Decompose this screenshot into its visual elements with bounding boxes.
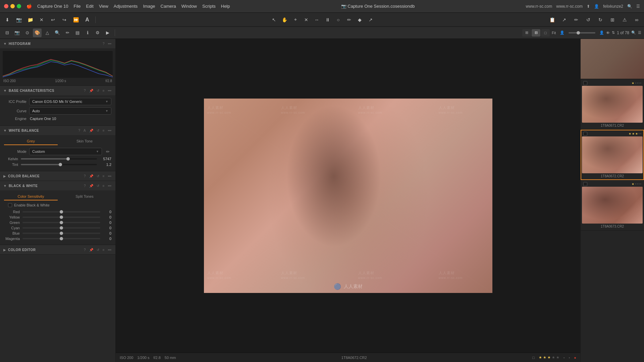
grid-view-btn[interactable]: ⊞ [522, 29, 531, 37]
cb-help[interactable]: ? [83, 174, 87, 179]
wb-tab-grey[interactable]: Grey [4, 138, 58, 145]
thumb-1-checkbox[interactable] [583, 81, 587, 85]
histogram-more-icon[interactable]: ••• [107, 41, 112, 46]
thumb-2-checkbox[interactable] [583, 132, 587, 136]
bw-slider-yellow[interactable] [22, 217, 100, 218]
maximize-button[interactable] [17, 4, 21, 8]
expand-icon[interactable]: ▶ [103, 28, 112, 37]
copy-button[interactable]: 📋 [547, 15, 557, 24]
import-button[interactable]: ⬇ [3, 15, 12, 24]
base-char-more[interactable]: ••• [107, 88, 112, 93]
lens-icon[interactable]: △ [43, 28, 52, 37]
camera-button[interactable]: 📷 [14, 15, 23, 24]
icc-dropdown[interactable]: Canon EOS-5D Mk IV Generic ▼ [29, 98, 111, 105]
grid-button[interactable]: ⊞ [608, 15, 617, 24]
bw-slider-magenta[interactable] [22, 238, 100, 239]
bw-slider-green[interactable] [22, 222, 100, 223]
base-char-help[interactable]: ? [83, 88, 87, 93]
clone-tool[interactable]: ↗ [366, 15, 375, 24]
ce-list[interactable]: ≡ [102, 247, 105, 252]
color-icon[interactable]: 🎨 [33, 28, 42, 37]
bw-slider-red[interactable] [22, 211, 100, 213]
apple-menu[interactable]: 🍎 [26, 4, 32, 9]
kelvin-thumb[interactable] [66, 157, 70, 161]
loop-button[interactable]: ∞ [632, 15, 641, 24]
panels-icon[interactable]: ⊟ [3, 28, 11, 37]
histogram-help-icon[interactable]: ? [102, 41, 105, 46]
zoom-slider[interactable] [569, 32, 595, 34]
menu-image[interactable]: Image [143, 4, 155, 9]
menu-view[interactable]: View [99, 4, 108, 9]
status-color-dot[interactable]: ● [574, 356, 576, 360]
info-icon[interactable]: ℹ [83, 28, 92, 37]
circle-tool[interactable]: ○ [334, 15, 343, 24]
ce-more[interactable]: ••• [107, 247, 112, 252]
eye-icon[interactable]: 👁 [606, 31, 610, 35]
straighten-tool[interactable]: ✕ [302, 15, 311, 24]
bw-help[interactable]: ? [83, 183, 87, 188]
close-button[interactable] [4, 4, 8, 8]
enable-bw-checkbox[interactable] [8, 203, 12, 207]
menu-camera[interactable]: Camera [161, 4, 176, 9]
details-icon[interactable]: 🔍 [53, 28, 62, 37]
adjustments-icon[interactable]: ✏ [63, 28, 72, 37]
wb-tab-skin[interactable]: Skin Tone [58, 138, 111, 145]
white-balance-header[interactable]: ▼ WHITE BALANCE ? A 📌 ↺ ≡ ••• [0, 126, 115, 135]
wb-text[interactable]: A [83, 128, 87, 133]
luma-tool[interactable]: ⏸ [323, 15, 332, 24]
menu-adjustments[interactable]: Adjustments [114, 4, 138, 9]
redo2-button[interactable]: ⏩ [71, 15, 80, 24]
menu-file[interactable]: File [74, 4, 81, 9]
histogram-header[interactable]: ▼ HISTOGRAM ? ••• [0, 39, 115, 48]
settings-icon[interactable]: ⚙ [93, 28, 102, 37]
hand-tool[interactable]: ✋ [280, 15, 289, 24]
cb-pin[interactable]: 📌 [89, 174, 94, 179]
close-doc-button[interactable]: ✕ [37, 15, 46, 24]
wb-help[interactable]: ? [77, 128, 81, 133]
search-icon2[interactable]: 🔍 [631, 31, 636, 35]
menu-help[interactable]: Help [221, 4, 230, 9]
list-icon[interactable]: ☰ [636, 4, 640, 9]
bw-list[interactable]: ≡ [102, 183, 105, 188]
bw-more[interactable]: ••• [107, 183, 112, 188]
bw-tab-split[interactable]: Split Tones [58, 193, 111, 200]
bw-tab-sensitivity[interactable]: Color Sensitivity [4, 193, 58, 200]
eyedropper-button[interactable]: ✏ [104, 148, 111, 155]
text-button[interactable]: A [83, 15, 92, 24]
menu-edit[interactable]: Edit [86, 4, 93, 9]
user-icon[interactable]: 👤 [594, 4, 599, 9]
main-image[interactable]: 人人素材www.rr-sc.com 人人素材www.rr-sc.com 人人素材… [204, 99, 492, 293]
edit-button[interactable]: ✏ [572, 15, 581, 24]
menu-icon[interactable]: ☰ [638, 31, 641, 35]
wb-copy[interactable]: ↺ [96, 128, 100, 133]
undo-button[interactable]: ↩ [48, 15, 58, 24]
bw-slider-blue[interactable] [22, 233, 100, 234]
capture-icon[interactable]: 📷 [13, 28, 21, 37]
menu-window[interactable]: Window [181, 4, 197, 9]
sync-button[interactable]: ↻ [596, 15, 605, 24]
wb-mode-dropdown[interactable]: Custom ▼ [29, 148, 102, 155]
ce-help[interactable]: ? [83, 247, 87, 252]
base-char-list[interactable]: ≡ [102, 88, 105, 93]
cb-more[interactable]: ••• [107, 174, 112, 179]
tint-thumb[interactable] [59, 163, 62, 166]
search-icon[interactable]: 🔍 [627, 4, 632, 9]
thumbnail-item-3[interactable]: ★ • • • • 1T8A0673.CR2 [581, 180, 644, 231]
reset-button[interactable]: ↺ [584, 15, 593, 24]
cb-copy[interactable]: ↺ [96, 174, 100, 179]
export-button[interactable]: ↗ [559, 15, 569, 24]
kelvin-slider[interactable] [21, 158, 97, 160]
color-balance-header[interactable]: ▶ COLOR BALANCE ? 📌 ↺ ≡ ••• [0, 171, 115, 181]
compare-view-btn[interactable]: □ [541, 29, 550, 37]
metadata-icon[interactable]: ▤ [73, 28, 82, 37]
curve-dropdown[interactable]: Auto ▼ [29, 107, 111, 115]
bw-header[interactable]: ▼ BLACK & WHITE ? 📌 ↺ ≡ ••• [0, 181, 115, 190]
wb-pin[interactable]: 📌 [89, 128, 94, 133]
menu-scripts[interactable]: Scripts [202, 4, 216, 9]
sort-icon[interactable]: ⇅ [612, 31, 615, 35]
minimize-button[interactable] [10, 4, 15, 8]
crop-tool[interactable]: ⌖ [291, 15, 300, 24]
gradient-tool[interactable]: ◆ [355, 15, 365, 24]
bw-copy[interactable]: ↺ [96, 183, 100, 188]
wb-more[interactable]: ••• [107, 128, 112, 133]
